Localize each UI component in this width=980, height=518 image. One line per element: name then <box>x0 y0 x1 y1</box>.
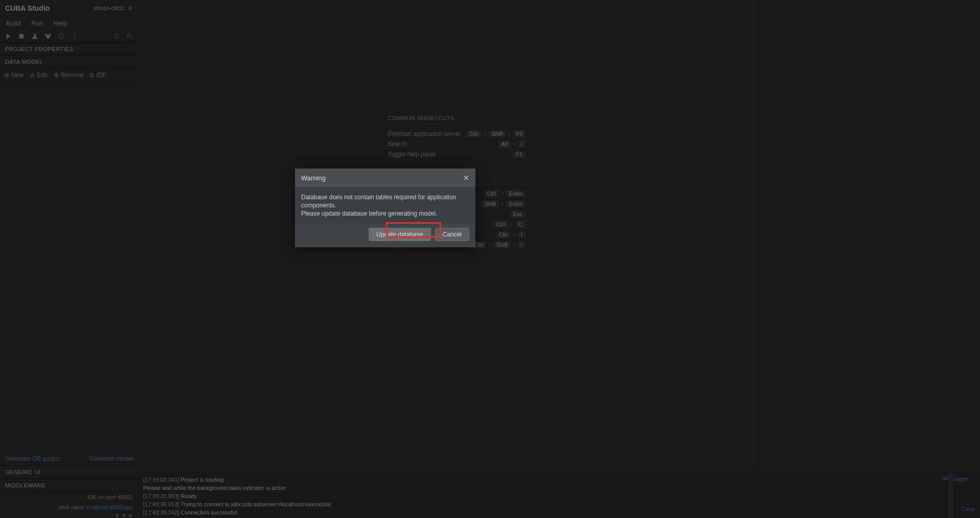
dialog-close-icon[interactable]: ✕ <box>463 174 469 182</box>
dialog-footer: Update database Cancel <box>295 224 475 247</box>
warning-dialog: Warning ✕ Database does not contain tabl… <box>295 169 475 247</box>
dialog-body: Database does not contain tables require… <box>295 187 475 224</box>
dialog-title-bar: Warning ✕ <box>295 169 475 187</box>
update-database-button[interactable]: Update database <box>369 228 430 241</box>
dialog-message-line2: Please update database before generating… <box>301 209 469 218</box>
cancel-button[interactable]: Cancel <box>435 228 469 241</box>
modal-overlay <box>0 0 980 518</box>
dialog-message-line1: Database does not contain tables require… <box>301 193 469 209</box>
dialog-title: Warning <box>301 174 326 182</box>
